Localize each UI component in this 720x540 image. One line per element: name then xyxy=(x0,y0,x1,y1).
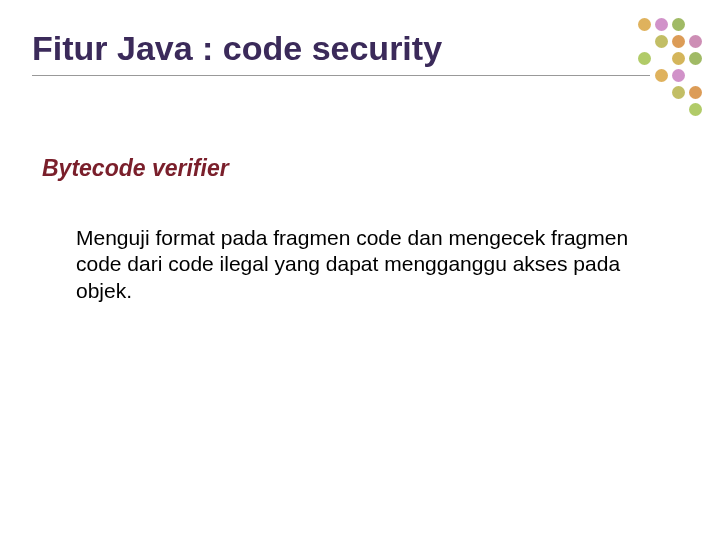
slide-body-text: Menguji format pada fragmen code dan men… xyxy=(76,225,640,304)
dot-icon xyxy=(672,35,685,48)
dot-icon xyxy=(655,18,668,31)
title-underline xyxy=(32,75,650,76)
dot-icon xyxy=(672,18,685,31)
dot-icon xyxy=(638,18,651,31)
dot-icon xyxy=(689,86,702,99)
dot-icon xyxy=(672,69,685,82)
slide-subtitle: Bytecode verifier xyxy=(42,155,229,182)
dot-icon xyxy=(655,35,668,48)
title-block: Fitur Java : code security xyxy=(32,30,650,76)
slide-title: Fitur Java : code security xyxy=(32,30,650,67)
dot-icon xyxy=(689,35,702,48)
dot-icon xyxy=(672,86,685,99)
dot-icon xyxy=(655,69,668,82)
dot-icon xyxy=(638,52,651,65)
slide: Fitur Java : code security Bytecode veri… xyxy=(0,0,720,540)
decorative-dots-icon xyxy=(638,18,702,116)
dot-icon xyxy=(689,52,702,65)
dot-icon xyxy=(689,103,702,116)
dot-icon xyxy=(672,52,685,65)
